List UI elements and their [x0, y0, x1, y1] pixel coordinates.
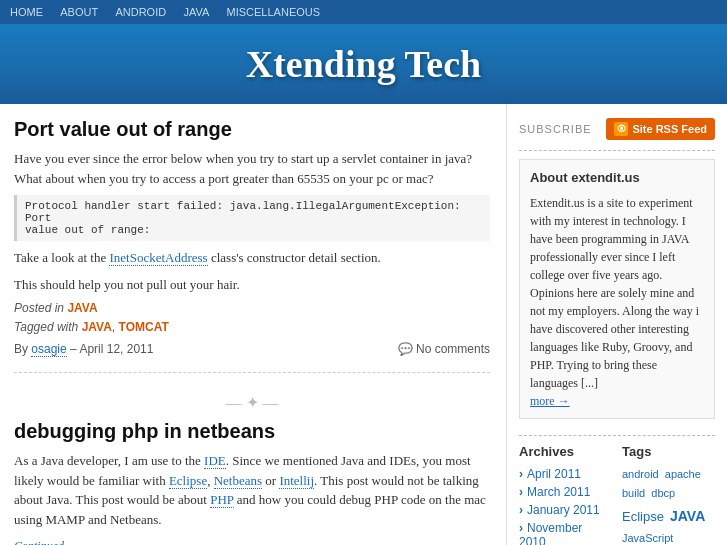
subscribe-label: SUBSCRIBE: [519, 123, 592, 135]
post-meta-tags: Tagged with JAVA, TOMCAT: [14, 320, 490, 334]
post-category-java[interactable]: JAVA: [67, 301, 97, 315]
eclipse-link[interactable]: Eclipse: [169, 473, 207, 489]
post-body: As a Java developer, I am use to the IDE…: [14, 451, 490, 529]
ide-link[interactable]: IDE: [204, 453, 226, 469]
about-title: About extendit.us: [530, 168, 704, 188]
nav-home[interactable]: HOME: [10, 6, 43, 18]
php-link[interactable]: PHP: [210, 492, 233, 508]
tag-tomcat[interactable]: TOMCAT: [119, 320, 169, 334]
tag-java[interactable]: JAVA: [82, 320, 112, 334]
about-text: Extendit.us is a site to experiment with…: [530, 194, 704, 392]
code-block: Protocol handler start failed: java.lang…: [14, 195, 490, 241]
rss-label: Site RSS Feed: [632, 123, 707, 135]
archives-section: Archives April 2011 March 2011 January 2…: [519, 444, 612, 546]
more-link[interactable]: more →: [530, 394, 570, 408]
tag-cloud: android apache build dbcp Eclipse JAVA J…: [622, 465, 715, 546]
post-comments[interactable]: 💬 No comments: [398, 342, 490, 356]
post-debugging-php: debugging php in netbeans As a Java deve…: [14, 420, 490, 545]
nav-java[interactable]: JAVA: [183, 6, 209, 18]
post-body1: Take a look at the InetSocketAddress cla…: [14, 248, 490, 268]
divider: [519, 150, 715, 151]
nav-about[interactable]: ABOUT: [60, 6, 98, 18]
site-title: Xtending Tech: [0, 42, 727, 86]
inet-link[interactable]: InetSocketAddress: [109, 250, 207, 266]
sidebar: SUBSCRIBE ⦿ Site RSS Feed About extendit…: [507, 104, 727, 545]
subscribe-section: SUBSCRIBE ⦿ Site RSS Feed: [519, 118, 715, 140]
archives-list: April 2011 March 2011 January 2011 Novem…: [519, 465, 612, 546]
netbeans-link[interactable]: Netbeans: [214, 473, 262, 489]
nav-misc[interactable]: MISCELLANEOUS: [227, 6, 321, 18]
archive-item: April 2011: [519, 465, 612, 483]
post-title: Port value out of range: [14, 118, 490, 141]
about-box: About extendit.us Extendit.us is a site …: [519, 159, 715, 419]
post-author: By osagie – April 12, 2011: [14, 342, 153, 356]
tags-section: Tags android apache build dbcp Eclipse J…: [622, 444, 715, 546]
archive-item: November 2010: [519, 519, 612, 546]
archives-tags: Archives April 2011 March 2011 January 2…: [519, 444, 715, 546]
archives-title: Archives: [519, 444, 612, 459]
post-meta-posted: Posted in JAVA: [14, 301, 490, 315]
navigation: HOME ABOUT ANDROID JAVA MISCELLANEOUS: [0, 0, 727, 24]
main-content: Port value out of range Have you ever si…: [0, 104, 507, 545]
nav-android[interactable]: ANDROID: [115, 6, 166, 18]
site-header: Xtending Tech: [0, 24, 727, 104]
post-title: debugging php in netbeans: [14, 420, 490, 443]
post-body2: This should help you not pull out your h…: [14, 275, 490, 295]
separator: — ✦ —: [14, 393, 490, 412]
divider2: [519, 435, 715, 436]
post-intro: Have you ever since the error below when…: [14, 149, 490, 188]
intellij-link[interactable]: Intellij: [279, 473, 314, 489]
read-more-link[interactable]: Continued…: [14, 539, 75, 545]
archive-item: March 2011: [519, 483, 612, 501]
post-port-value: Port value out of range Have you ever si…: [14, 118, 490, 373]
rss-icon: ⦿: [614, 122, 628, 136]
rss-button[interactable]: ⦿ Site RSS Feed: [606, 118, 715, 140]
archive-item: January 2011: [519, 501, 612, 519]
post-footer: By osagie – April 12, 2011 💬 No comments: [14, 342, 490, 356]
tags-title: Tags: [622, 444, 715, 459]
